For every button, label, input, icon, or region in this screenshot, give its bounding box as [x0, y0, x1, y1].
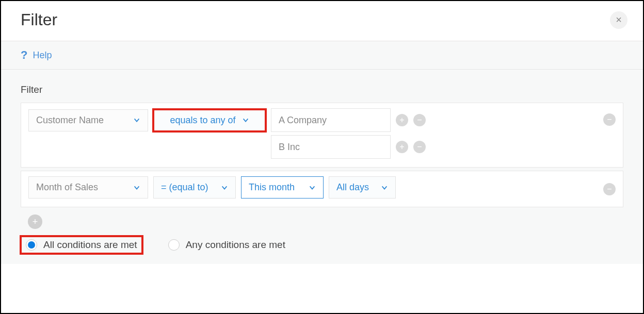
days-select-label: All days: [336, 182, 369, 193]
chevron-down-icon: [309, 184, 316, 191]
close-button[interactable]: ×: [610, 11, 627, 29]
field-select-label: Customer Name: [36, 115, 104, 126]
field-select-label: Month of Sales: [36, 182, 98, 193]
add-condition-button[interactable]: +: [28, 214, 42, 229]
chevron-down-icon: [381, 184, 388, 191]
radio-all-conditions[interactable]: All conditions are met: [21, 236, 142, 254]
operator-select-label: equals to any of: [170, 115, 235, 126]
filter-section-label: Filter: [21, 84, 623, 95]
operator-select[interactable]: = (equal to): [153, 176, 236, 199]
logic-radio-group: All conditions are met Any conditions ar…: [21, 231, 623, 254]
radio-label: Any conditions are met: [186, 239, 285, 251]
condition-row: Customer Name equals to any of A Company…: [28, 108, 616, 132]
days-select[interactable]: All days: [329, 176, 396, 199]
chevron-down-icon: [133, 184, 140, 191]
add-value-button[interactable]: +: [396, 141, 408, 153]
period-select[interactable]: This month: [241, 176, 324, 199]
help-label: Help: [33, 50, 52, 61]
radio-icon: [168, 239, 180, 251]
period-select-label: This month: [249, 182, 295, 193]
chevron-down-icon: [242, 117, 249, 124]
help-bar[interactable]: ? Help: [1, 41, 643, 70]
value-input-1[interactable]: A Company: [271, 108, 391, 132]
radio-any-conditions[interactable]: Any conditions are met: [163, 236, 291, 254]
radio-label: All conditions are met: [43, 239, 137, 251]
remove-value-button[interactable]: −: [413, 114, 426, 126]
condition-row: B Inc + −: [28, 135, 616, 159]
operator-select-label: = (equal to): [161, 182, 208, 193]
value-input-2[interactable]: B Inc: [271, 135, 391, 159]
dialog-header: Filter ×: [1, 1, 643, 41]
condition-row: Month of Sales = (equal to) This month A…: [28, 176, 616, 199]
value-text: A Company: [279, 115, 327, 126]
help-icon: ?: [21, 48, 27, 62]
chevron-down-icon: [133, 117, 140, 124]
remove-condition-button[interactable]: −: [603, 113, 616, 126]
add-value-button[interactable]: +: [396, 114, 408, 126]
filter-condition-1: Customer Name equals to any of A Company…: [21, 103, 623, 168]
filter-dialog: Filter × ? Help Filter Customer Name equ…: [0, 0, 644, 314]
filter-condition-2: Month of Sales = (equal to) This month A…: [21, 171, 623, 207]
chevron-down-icon: [221, 184, 228, 191]
remove-condition-button[interactable]: −: [603, 183, 616, 195]
radio-icon: [26, 239, 37, 251]
field-select[interactable]: Month of Sales: [28, 176, 148, 199]
filter-content: Filter Customer Name equals to any of A …: [1, 70, 643, 264]
remove-value-button[interactable]: −: [413, 141, 426, 153]
dialog-title: Filter: [21, 10, 57, 29]
field-select[interactable]: Customer Name: [28, 109, 148, 131]
operator-select[interactable]: equals to any of: [153, 109, 266, 131]
add-condition-row: +: [21, 210, 623, 231]
close-icon: ×: [616, 14, 622, 26]
value-text: B Inc: [279, 142, 300, 153]
